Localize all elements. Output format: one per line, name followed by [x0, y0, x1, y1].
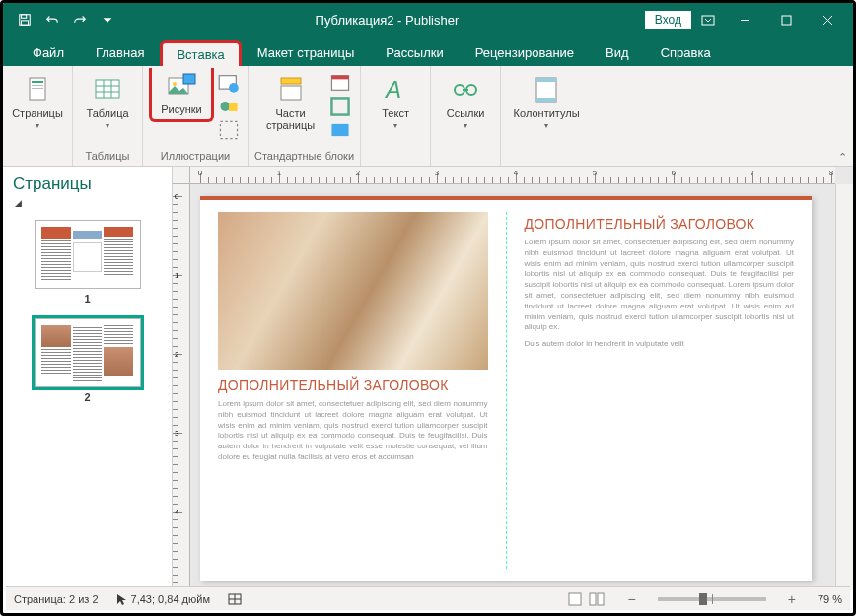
svg-rect-37 [536, 98, 556, 102]
page-icon [22, 74, 53, 105]
svg-rect-12 [96, 80, 119, 98]
pages-panel: Страницы ◢ 1 2 [3, 167, 173, 590]
close-button[interactable] [808, 6, 847, 34]
pages-panel-title: Страницы [3, 167, 172, 198]
svg-rect-3 [702, 16, 714, 25]
group-headerfooter: Колонтитулы ▾ [501, 66, 592, 166]
group-label [36, 148, 38, 164]
svg-point-18 [173, 82, 177, 86]
vertical-scrollbar[interactable] [835, 184, 853, 590]
pages-button[interactable]: Страницы ▾ [9, 70, 66, 134]
ribbon-tabs: Файл Главная Вставка Макет страницы Расс… [3, 36, 853, 66]
pictures-button[interactable]: Рисунки [149, 68, 214, 122]
shapes-icon[interactable] [218, 96, 240, 117]
vertical-ruler[interactable]: 012345 [173, 184, 190, 590]
svg-rect-41 [569, 593, 581, 605]
zoom-out-button[interactable]: − [624, 591, 640, 607]
text-icon: A [380, 74, 411, 105]
collapse-ribbon-icon[interactable]: ⌃ [838, 151, 847, 164]
tab-pagedesign[interactable]: Макет страницы [242, 39, 371, 66]
signin-button[interactable]: Вход [645, 11, 691, 29]
tab-mailings[interactable]: Рассылки [370, 39, 459, 66]
ribbon-display-options-icon[interactable] [693, 6, 723, 34]
text-button[interactable]: A Текст ▾ [367, 70, 424, 134]
qat-customize-icon[interactable] [96, 8, 119, 32]
svg-rect-36 [536, 78, 556, 82]
cursor-position: 7,43; 0,84 дюйм [116, 593, 210, 605]
svg-rect-26 [281, 86, 301, 100]
headerfooter-button[interactable]: Колонтитулы ▾ [507, 70, 586, 134]
collapse-pages-icon[interactable]: ◢ [3, 198, 172, 214]
links-button[interactable]: Ссылки ▾ [437, 70, 494, 134]
borders-icon[interactable] [329, 96, 351, 117]
document-page[interactable]: ДОПОЛНИТЕЛЬНЫЙ ЗАГОЛОВОК Lorem ipsum dol… [200, 196, 812, 581]
page-thumbnail-2[interactable]: 2 [13, 318, 162, 403]
svg-rect-30 [331, 124, 348, 136]
svg-rect-11 [32, 88, 43, 89]
group-links: Ссылки ▾ [431, 66, 501, 166]
title-bar: Публикация2 - Publisher Вход [3, 3, 853, 36]
calendars-icon[interactable] [329, 72, 351, 94]
group-tables: Таблица ▾ Таблицы [73, 66, 143, 166]
pictures-icon [166, 70, 197, 102]
column-heading: ДОПОЛНИТЕЛЬНЫЙ ЗАГОЛОВОК [525, 216, 795, 232]
group-pages: Страницы ▾ [3, 66, 73, 166]
zoom-slider[interactable] [658, 597, 766, 601]
svg-rect-5 [782, 16, 791, 25]
tab-review[interactable]: Рецензирование [460, 39, 590, 66]
quick-access-toolbar [3, 8, 129, 32]
column-1: ДОПОЛНИТЕЛЬНЫЙ ЗАГОЛОВОК Lorem ipsum dol… [200, 212, 507, 569]
tab-file[interactable]: Файл [17, 39, 80, 66]
redo-icon[interactable] [68, 8, 92, 32]
tab-home[interactable]: Главная [80, 39, 160, 66]
picture-placeholder-icon[interactable] [218, 119, 240, 141]
single-page-view-icon[interactable] [565, 590, 585, 608]
ribbon: Страницы ▾ Таблица ▾ Таблицы Рисунки [3, 66, 853, 167]
page-indicator[interactable]: Страница: 2 из 2 [14, 593, 99, 605]
workspace: Страницы ◢ 1 2 012345678 [3, 167, 853, 590]
tab-view[interactable]: Вид [590, 39, 645, 66]
svg-rect-24 [220, 121, 237, 138]
zoom-in-button[interactable]: + [784, 591, 800, 607]
ruler-corner [173, 167, 190, 184]
svg-rect-9 [32, 81, 43, 83]
page-parts-button[interactable]: Части страницы [256, 70, 325, 135]
zoom-level[interactable]: 79 % [818, 593, 842, 605]
minimize-button[interactable] [725, 6, 764, 34]
svg-rect-19 [183, 74, 195, 84]
maximize-button[interactable] [766, 6, 806, 34]
online-pictures-icon[interactable] [218, 72, 240, 94]
svg-point-21 [229, 83, 239, 93]
tab-insert[interactable]: Вставка [160, 40, 241, 66]
column-heading: ДОПОЛНИТЕЛЬНЫЙ ЗАГОЛОВОК [218, 377, 488, 393]
svg-rect-28 [331, 76, 348, 80]
two-page-view-icon[interactable] [587, 590, 606, 608]
tab-help[interactable]: Справка [645, 39, 727, 66]
chevron-down-icon: ▾ [36, 121, 39, 130]
status-bar: Страница: 2 из 2 7,43; 0,84 дюйм − + 79 … [6, 586, 850, 610]
svg-rect-10 [32, 85, 43, 86]
save-icon[interactable] [13, 8, 36, 32]
page-thumbnail-1[interactable]: 1 [13, 220, 162, 305]
group-building-blocks: Части страницы Стандартные блоки [249, 66, 361, 166]
chevron-down-icon: ▾ [393, 121, 397, 130]
group-text: A Текст ▾ [361, 66, 431, 166]
undo-icon[interactable] [40, 8, 64, 32]
svg-rect-1 [22, 15, 27, 19]
body-text: Duis autem dolor in hendrerit in vulputa… [525, 339, 795, 350]
link-icon [450, 74, 481, 105]
table-icon [92, 74, 123, 105]
body-text: Lorem ipsum dolor sit amet, consectetuer… [525, 238, 795, 333]
advertisements-icon[interactable] [329, 119, 351, 141]
page-parts-icon [275, 74, 307, 105]
svg-point-22 [220, 102, 230, 111]
svg-rect-43 [598, 593, 604, 605]
chevron-down-icon: ▾ [544, 121, 548, 130]
horizontal-ruler[interactable]: 012345678 [190, 167, 835, 184]
headerfooter-icon [531, 74, 562, 105]
table-button[interactable]: Таблица ▾ [79, 70, 136, 134]
svg-rect-29 [331, 98, 348, 114]
chevron-down-icon: ▾ [106, 121, 109, 130]
chevron-down-icon: ▾ [464, 121, 467, 130]
svg-rect-25 [281, 78, 301, 84]
